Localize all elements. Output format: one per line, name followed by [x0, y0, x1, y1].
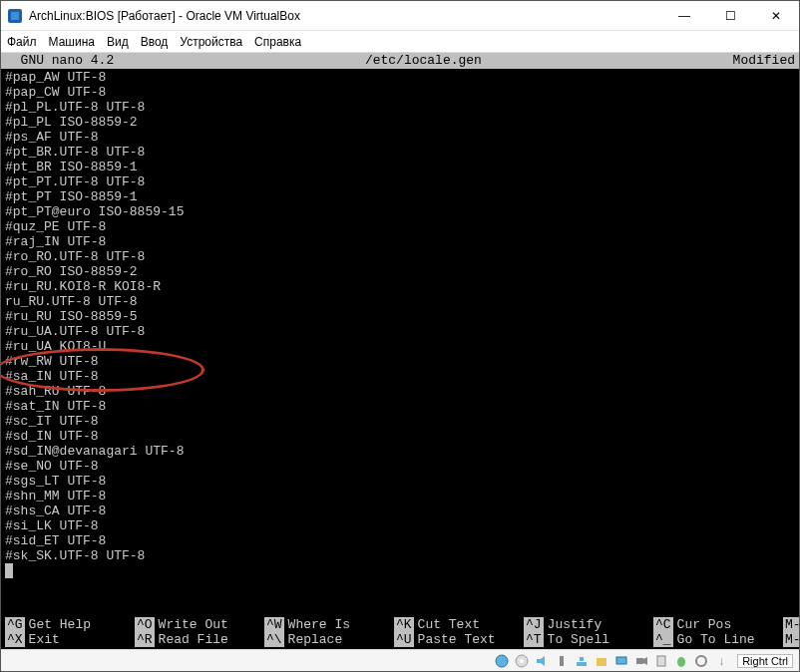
svg-marker-12 [643, 657, 647, 665]
menu-file[interactable]: Файл [7, 35, 37, 49]
svg-rect-1 [11, 12, 19, 20]
svg-point-4 [520, 659, 524, 663]
usb-icon[interactable] [554, 653, 570, 669]
editor-line: #sat_IN UTF-8 [5, 399, 795, 414]
editor-line: #ro_RO.UTF-8 UTF-8 [5, 249, 795, 264]
clipboard-icon[interactable] [653, 653, 669, 669]
nano-shortcut: ^TTo Spell [524, 632, 653, 647]
window-title: ArchLinux:BIOS [Работает] - Oracle VM Vi… [29, 9, 661, 23]
nano-shortcut-key: ^J [524, 617, 544, 632]
vm-window: ArchLinux:BIOS [Работает] - Oracle VM Vi… [0, 0, 800, 672]
editor-line: #ru_UA.UTF-8 UTF-8 [5, 324, 795, 339]
editor-line: #ps_AF UTF-8 [5, 130, 795, 145]
svg-rect-7 [577, 662, 587, 666]
svg-rect-10 [616, 657, 626, 664]
menu-devices[interactable]: Устройства [180, 35, 242, 49]
nano-shortcut: ^_Go To Line [653, 632, 783, 647]
nano-shortcut-label: Exit [29, 632, 60, 647]
nano-shortcut: M-ERedo [783, 632, 799, 647]
window-controls: — ☐ ✕ [661, 1, 799, 31]
cd-icon[interactable] [514, 653, 530, 669]
editor-line: #si_LK UTF-8 [5, 518, 795, 533]
close-button[interactable]: ✕ [753, 1, 799, 31]
display-icon[interactable] [613, 653, 629, 669]
nano-shortcut: ^XExit [5, 632, 135, 647]
nano-shortcut-key: ^R [135, 632, 155, 647]
editor-line: #pt_PT@euro ISO-8859-15 [5, 204, 795, 219]
guest-display[interactable]: GNU nano 4.2 /etc/locale.gen Modified #p… [1, 53, 799, 649]
svg-rect-8 [580, 657, 584, 661]
editor-line: #sa_IN UTF-8 [5, 369, 795, 384]
nano-shortcut: ^OWrite Out [135, 617, 264, 632]
editor-line: #sgs_LT UTF-8 [5, 474, 795, 489]
nano-shortcut-key: ^\ [264, 632, 284, 647]
nano-shortcut-key: ^_ [653, 632, 673, 647]
svg-point-14 [677, 657, 685, 667]
nano-shortcut-row2: ^XExit^RRead File^\Replace^UPaste Text^T… [5, 632, 795, 647]
editor-line: #pt_BR.UTF-8 UTF-8 [5, 145, 795, 160]
menu-help[interactable]: Справка [254, 35, 301, 49]
editor-line: #rw_RW UTF-8 [5, 354, 795, 369]
nano-shortcut: ^CCur Pos [653, 617, 783, 632]
editor-line: #pt_PT ISO-8859-1 [5, 189, 795, 204]
nano-shortcut-label: Replace [288, 632, 343, 647]
nano-shortcut-label: Go To Line [677, 632, 755, 647]
hostkey-label: Right Ctrl [737, 654, 793, 668]
nano-editor-body[interactable]: #pap_AW UTF-8#pap_CW UTF-8#pl_PL.UTF-8 U… [1, 69, 799, 617]
nano-shortcut: ^KCut Text [394, 617, 524, 632]
audio-icon[interactable] [534, 653, 550, 669]
menubar: Файл Машина Вид Ввод Устройства Справка [1, 31, 799, 53]
svg-point-2 [496, 655, 508, 667]
nano-shortcut-label: Paste Text [418, 632, 496, 647]
editor-line: #quz_PE UTF-8 [5, 219, 795, 234]
hostkey-indicator-icon: ↓ [713, 653, 729, 669]
menu-view[interactable]: Вид [107, 35, 129, 49]
editor-line: #ru_RU.KOI8-R KOI8-R [5, 279, 795, 294]
menu-input[interactable]: Ввод [141, 35, 169, 49]
nano-shortcut-label: Cut Text [418, 617, 480, 632]
editor-line: #sd_IN@devanagari UTF-8 [5, 444, 795, 459]
menu-machine[interactable]: Машина [49, 35, 95, 49]
editor-line: #sah_RU UTF-8 [5, 384, 795, 399]
mouse-icon[interactable] [673, 653, 689, 669]
nano-shortcut: ^UPaste Text [394, 632, 524, 647]
editor-line: #pt_BR ISO-8859-1 [5, 160, 795, 174]
nano-shortcut: ^RRead File [135, 632, 264, 647]
svg-rect-13 [657, 656, 665, 666]
nano-shortcut: M-UUndo [783, 617, 799, 632]
settings-icon[interactable] [693, 653, 709, 669]
nano-shortcut-key: ^W [264, 617, 284, 632]
editor-line: #sc_IT UTF-8 [5, 414, 795, 429]
nano-shortcut-key: M-E [783, 632, 799, 647]
nano-shortcut-label: Write Out [159, 617, 228, 632]
editor-line: #shs_CA UTF-8 [5, 504, 795, 518]
minimize-button[interactable]: — [661, 1, 707, 31]
nano-file-name: /etc/locale.gen [114, 53, 732, 69]
nano-shortcut-label: To Spell [548, 632, 609, 647]
maximize-button[interactable]: ☐ [707, 1, 753, 31]
editor-line: #shn_MM UTF-8 [5, 489, 795, 504]
editor-line: #ru_RU ISO-8859-5 [5, 309, 795, 324]
editor-line: #raj_IN UTF-8 [5, 234, 795, 249]
nano-shortcut: ^\Replace [264, 632, 394, 647]
editor-line: #ro_RO ISO-8859-2 [5, 264, 795, 279]
disk-icon[interactable] [494, 653, 510, 669]
editor-line: #pl_PL ISO-8859-2 [5, 115, 795, 130]
svg-marker-5 [537, 656, 545, 666]
editor-line: #pl_PL.UTF-8 UTF-8 [5, 100, 795, 115]
editor-line: #pap_AW UTF-8 [5, 70, 795, 85]
nano-shortcut-label: Get Help [29, 617, 91, 632]
virtualbox-icon [7, 8, 23, 24]
nano-status: Modified [733, 53, 799, 69]
editor-line: #ru_UA KOI8-U [5, 339, 795, 354]
shared-folder-icon[interactable] [594, 653, 609, 669]
editor-line: #pap_CW UTF-8 [5, 85, 795, 100]
video-icon[interactable] [633, 653, 649, 669]
nano-shortcut-key: ^K [394, 617, 414, 632]
editor-line: ru_RU.UTF-8 UTF-8 [5, 294, 795, 309]
svg-rect-6 [560, 656, 564, 666]
editor-line: #sid_ET UTF-8 [5, 533, 795, 548]
editor-line: #pt_PT.UTF-8 UTF-8 [5, 174, 795, 189]
svg-rect-9 [597, 658, 606, 666]
network-icon[interactable] [574, 653, 590, 669]
